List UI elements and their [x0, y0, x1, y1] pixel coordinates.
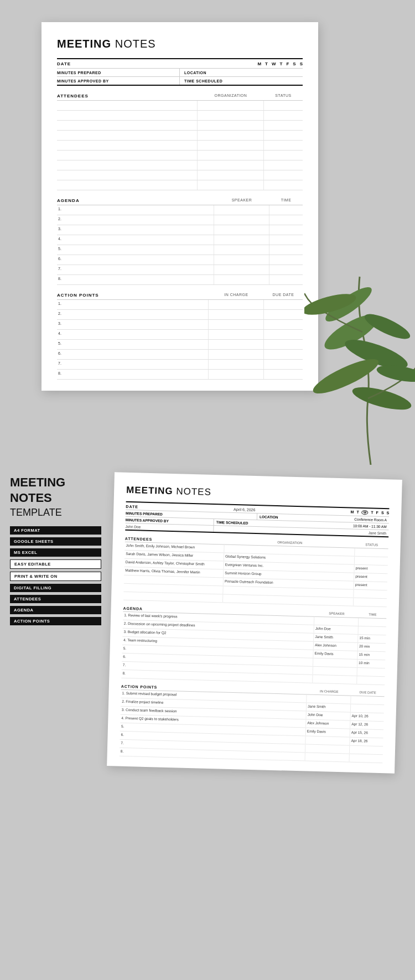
- tag-print-write-on: PRINT & WRITE ON: [10, 572, 101, 581]
- table-row: 4.: [57, 235, 303, 245]
- table-row: [57, 141, 303, 151]
- table-row: [57, 180, 303, 190]
- bottom-time-label: TIME SCHEDULED: [216, 520, 248, 525]
- table-row: [57, 101, 303, 111]
- table-row: 6.: [57, 255, 303, 265]
- table-row: [57, 170, 303, 180]
- top-document: MEETING NOTES DATE M T W T F S S MINUTES…: [42, 22, 318, 391]
- sidebar-title-meeting: MEETING: [10, 476, 101, 489]
- bottom-date-value: April 6, 2026: [234, 507, 255, 511]
- top-doc-date-row: DATE M T W T F S S: [57, 58, 303, 69]
- table-row: [57, 160, 303, 170]
- minutes-approved-label: MINUTES APPROVED BY: [57, 77, 180, 85]
- bottom-date-label: DATE: [126, 504, 138, 509]
- agenda-section-header: AGENDA SPEAKER TIME: [57, 196, 303, 205]
- bottom-location-val: Conference Room A: [354, 517, 387, 522]
- days-row: M T W T F S S: [257, 61, 303, 66]
- table-row: 8.: [57, 275, 303, 285]
- table-row: 1.: [57, 205, 303, 215]
- table-row: 7.: [57, 265, 303, 275]
- table-row: [57, 121, 303, 131]
- bottom-document: MEETING NOTES DATE April 6, 2026 M T W T…: [107, 472, 402, 773]
- tag-agenda: AGENDA: [10, 606, 101, 614]
- tags-list: A4 FORMAT GOOGLE SHEETS MS EXCEL EASY ED…: [10, 526, 101, 628]
- tag-ms-excel: MS EXCEL: [10, 548, 101, 557]
- bottom-time-val: 10:00 AM - 11:30 AM: [353, 524, 387, 529]
- bottom-days-row: M T W T F S S: [350, 510, 389, 515]
- minutes-prepared-label: MINUTES PREPARED: [57, 69, 180, 76]
- table-row: 5.: [57, 245, 303, 255]
- sidebar-title-notes: NOTES: [10, 491, 101, 505]
- sidebar-subtitle: TEMPLATE: [10, 507, 101, 518]
- top-doc-title: MEETING NOTES: [57, 38, 303, 50]
- action-section-header: ACTION POINTS IN CHARGE DUE DATE: [57, 291, 303, 300]
- info-row-1: MINUTES PREPARED LOCATION: [57, 69, 303, 77]
- table-row: 2.: [57, 215, 303, 225]
- svg-point-3: [350, 382, 413, 414]
- table-row: 6.: [57, 350, 303, 360]
- table-row: 5.: [57, 340, 303, 350]
- tag-a4-format: A4 FORMAT: [10, 526, 101, 535]
- tag-action-points: ACTION POINTS: [10, 617, 101, 625]
- bottom-doc-title: MEETING NOTES: [126, 485, 390, 502]
- date-label: DATE: [57, 61, 71, 66]
- table-row: 3.: [57, 225, 303, 235]
- sidebar: MEETING NOTES TEMPLATE A4 FORMAT GOOGLE …: [10, 476, 101, 628]
- tag-attendees: ATTENDEES: [10, 595, 101, 603]
- table-row: 7.: [57, 360, 303, 370]
- plant-decoration: [304, 232, 415, 465]
- time-scheduled-label: TIME SCHEDULED: [180, 77, 303, 85]
- bottom-location-label: LOCATION: [260, 515, 278, 519]
- tag-digital-filling: DIGITAL FILLING: [10, 584, 101, 592]
- table-row: [57, 111, 303, 121]
- table-row: 3.: [57, 320, 303, 330]
- table-row: 2.: [57, 310, 303, 320]
- table-row: [57, 131, 303, 141]
- table-row: 4.: [57, 330, 303, 340]
- table-row: 8.: [57, 370, 303, 380]
- attendees-section-header: ATTENDEES ORGANIZATION STATUS: [57, 91, 303, 101]
- table-row: [57, 151, 303, 160]
- tag-easy-editable: EASY EDITABLE: [10, 559, 101, 569]
- table-row: 1.: [57, 300, 303, 310]
- tag-google-sheets: GOOGLE SHEETS: [10, 537, 101, 546]
- location-label: LOCATION: [180, 69, 303, 76]
- info-row-2: MINUTES APPROVED BY TIME SCHEDULED: [57, 77, 303, 86]
